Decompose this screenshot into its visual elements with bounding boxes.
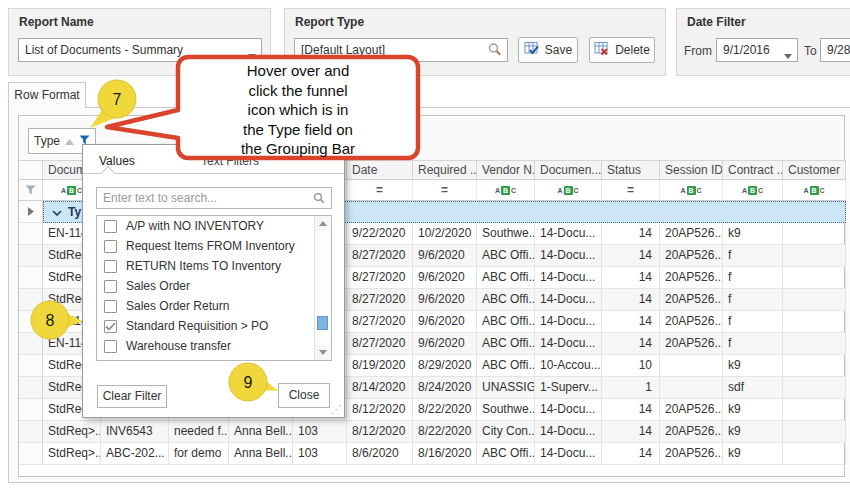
table-cell[interactable]: 20AP526... [660,333,723,355]
table-cell[interactable]: k9 [723,355,783,377]
search-icon[interactable] [487,42,503,61]
column-header-Vendor N...[interactable]: Vendor N... [477,161,535,180]
checkbox[interactable] [104,280,117,293]
table-cell[interactable]: 9/22/2020 [347,223,413,245]
filter-cell-9[interactable]: = [602,180,660,201]
table-cell[interactable]: 10/2/2020 [413,223,477,245]
table-cell[interactable]: 14-Docu... [535,333,602,355]
scrollbar-thumb[interactable] [317,316,328,330]
table-cell[interactable] [783,245,846,267]
table-cell[interactable] [783,223,846,245]
table-cell[interactable]: 8/27/2020 [347,245,413,267]
table-cell[interactable]: k9 [723,399,783,421]
table-cell[interactable]: 20AP526... [660,245,723,267]
clear-filter-button[interactable]: Clear Filter [97,385,167,408]
table-row[interactable]: StdReq>...ABC-202...for demoAnna Bell...… [19,443,846,465]
checkbox[interactable] [104,260,117,273]
table-cell[interactable]: 14 [602,399,660,421]
table-cell[interactable]: 8/27/2020 [347,333,413,355]
table-cell[interactable]: Anna Bell... [229,443,293,465]
table-cell[interactable] [660,377,723,399]
table-cell[interactable] [783,311,846,333]
filter-cell-8[interactable]: ABC [535,180,602,201]
save-button[interactable]: Save [518,37,578,63]
dropdown-arrow-icon[interactable] [784,48,792,62]
table-cell[interactable]: 103 [293,443,347,465]
table-cell[interactable]: k9 [723,443,783,465]
table-cell[interactable]: 14 [602,289,660,311]
filter-cell-7[interactable]: ABC [477,180,535,201]
table-cell[interactable]: ABC-202... [101,443,169,465]
table-cell[interactable]: f [723,289,783,311]
delete-button[interactable]: Delete [589,37,655,63]
table-cell[interactable]: 8/27/2020 [347,267,413,289]
table-cell[interactable]: ABC Offi... [477,245,535,267]
table-cell[interactable]: 14 [602,267,660,289]
resize-grip[interactable]: ⋰ [331,403,341,416]
table-cell[interactable]: 8/24/2020 [413,377,477,399]
table-cell[interactable]: 103 [293,421,347,443]
table-cell[interactable]: 1-Superv... [535,377,602,399]
table-cell[interactable]: for demo [169,443,229,465]
table-cell[interactable]: 14 [602,421,660,443]
filter-item[interactable]: Warehouse transfer [97,336,331,356]
table-cell[interactable]: 9/6/2020 [413,289,477,311]
filter-item[interactable]: Standard Requisition > PO [97,316,331,336]
filter-item[interactable]: A/P with NO INVENTORY [97,216,331,236]
table-cell[interactable]: 14-Docu... [535,245,602,267]
close-button[interactable]: Close [278,383,330,408]
table-cell[interactable]: UNASSIG... [477,377,535,399]
table-cell[interactable] [783,333,846,355]
table-cell[interactable]: 20AP526... [660,311,723,333]
table-cell[interactable]: City Con... [477,421,535,443]
tab-row-format[interactable]: Row Format [8,82,86,108]
checkbox[interactable] [104,340,117,353]
table-cell[interactable]: 9/6/2020 [413,267,477,289]
table-cell[interactable]: INV6543 [101,421,169,443]
table-cell[interactable] [660,355,723,377]
date-from-combo[interactable]: 9/1/2016 [716,38,798,62]
table-row[interactable]: StdReq>...INV6543needed f...Anna Bell...… [19,421,846,443]
table-cell[interactable]: ABC Offi... [477,267,535,289]
table-cell[interactable] [783,443,846,465]
filter-search-box[interactable] [96,187,332,209]
checkbox[interactable] [104,220,117,233]
table-cell[interactable] [783,267,846,289]
table-cell[interactable]: 20AP526... [660,223,723,245]
table-cell[interactable]: 14 [602,443,660,465]
table-cell[interactable]: 14 [602,311,660,333]
table-cell[interactable]: Southwe... [477,223,535,245]
scroll-up-button[interactable] [315,216,330,231]
table-cell[interactable]: needed f... [169,421,229,443]
filter-cell-12[interactable]: ABC [783,180,846,201]
table-cell[interactable]: 14-Docu... [535,421,602,443]
table-cell[interactable]: StdReq>... [43,443,101,465]
table-cell[interactable]: 10 [602,355,660,377]
table-cell[interactable]: f [723,333,783,355]
table-cell[interactable]: 20AP526... [660,267,723,289]
filter-cell-6[interactable]: = [413,180,477,201]
table-cell[interactable]: 1 [602,377,660,399]
auto-filter-row-indicator[interactable] [19,180,43,201]
checkbox[interactable] [104,300,117,313]
table-cell[interactable]: 14-Docu... [535,311,602,333]
filter-item[interactable]: RETURN Items TO Inventory [97,256,331,276]
table-cell[interactable]: 14 [602,245,660,267]
table-cell[interactable]: ABC Offi... [477,311,535,333]
scroll-down-button[interactable] [315,345,330,360]
table-cell[interactable] [783,377,846,399]
table-cell[interactable]: 9/6/2020 [413,333,477,355]
table-cell[interactable]: 14-Docu... [535,289,602,311]
table-cell[interactable]: 8/27/2020 [347,289,413,311]
filter-item[interactable]: Sales Order Return [97,296,331,316]
table-cell[interactable] [783,399,846,421]
checkbox[interactable] [104,320,117,333]
table-cell[interactable]: ABC Offi... [477,355,535,377]
table-cell[interactable] [783,289,846,311]
filter-item[interactable]: Request Items FROM Inventory [97,236,331,256]
table-cell[interactable]: 8/14/2020 [347,377,413,399]
table-cell[interactable]: 8/29/2020 [413,355,477,377]
table-cell[interactable]: 14 [602,223,660,245]
table-cell[interactable]: f [723,311,783,333]
table-cell[interactable]: 14-Docu... [535,267,602,289]
